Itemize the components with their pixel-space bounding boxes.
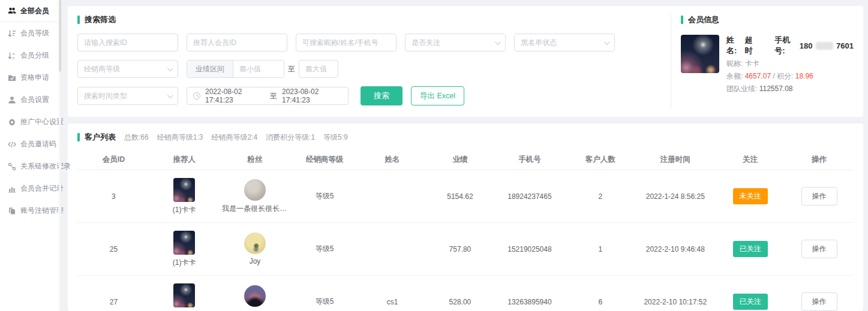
member-team-line: 团队业绩: 112557.08 <box>726 84 854 94</box>
cell-fan: Joy <box>219 233 292 265</box>
cell-dealer-level: 等级5 <box>291 244 358 254</box>
table-header-row: 会员ID 推荐人 粉丝 经销商等级 姓名 业绩 手机号 客户人数 注册时间 关注… <box>77 150 854 170</box>
cell-reg-time: 2022-2-10 9:46:48 <box>635 245 716 253</box>
cell-reg-time: 2022-1-24 8:56:25 <box>635 192 716 201</box>
cell-performance: 757.80 <box>427 245 493 253</box>
cell-phone: 18924237465 <box>494 192 566 201</box>
performance-range-label: 业绩区间 <box>187 61 233 77</box>
main-content: 搜索筛选 请输入搜索ID 推荐人会员ID 可搜索昵称/姓名/手机号 是否关注 黑… <box>62 0 868 311</box>
cell-reg-time: 2022-2-10 10:17:52 <box>635 298 716 306</box>
fan-avatar <box>244 285 266 307</box>
sidebar: 全部会员 会员等级 AZ 会员分组 资格申请 会员设置 <box>0 0 62 311</box>
col-referrer: 推荐人 <box>150 155 219 165</box>
member-name-phone-line: 姓名: 超时 手机号: 1807601 <box>726 35 854 56</box>
chevron-down-icon <box>495 39 501 45</box>
member-nickname-line: 昵称: 卡卡 <box>726 59 854 69</box>
cell-fan: Lazy Cat <box>219 285 292 311</box>
range-to-label: 至 <box>288 64 295 74</box>
sort-level-icon <box>7 29 16 38</box>
clock-icon <box>193 92 200 99</box>
cell-dealer-level: 等级5 <box>291 297 358 307</box>
customer-list-title: 客户列表 <box>77 132 116 143</box>
sidebar-item-label: 推广中心设置 <box>20 117 64 127</box>
sort-group-icon: AZ <box>7 51 16 60</box>
blacklist-status-select[interactable]: 黑名单状态 <box>514 34 615 52</box>
search-id-input[interactable]: 请输入搜索ID <box>77 34 178 52</box>
file-copy-icon <box>7 206 16 215</box>
team-performance-value: 112557.08 <box>759 84 793 93</box>
cell-referrer: (1)卡卡 <box>150 283 219 311</box>
sidebar-item-member-level[interactable]: 会员等级 <box>0 22 61 44</box>
row-action-button[interactable]: 操作 <box>801 240 837 258</box>
row-action-button[interactable]: 操作 <box>801 187 837 206</box>
app-window: 全部会员 会员等级 AZ 会员分组 资格申请 会员设置 <box>0 0 868 311</box>
col-name: 姓名 <box>358 155 427 165</box>
sidebar-item-member-settings[interactable]: 会员设置 <box>0 89 61 111</box>
member-info-panel: 会员信息 姓名: 超时 手机号: 1807601 昵称: 卡卡 <box>671 6 863 117</box>
follow-status-badge: 未关注 <box>733 188 768 204</box>
dealer-level-select[interactable]: 经销商等级 <box>77 60 178 78</box>
sidebar-item-member-group[interactable]: AZ 会员分组 <box>0 44 61 67</box>
performance-min-input[interactable]: 最小值 <box>233 64 284 74</box>
fan-avatar <box>244 233 266 254</box>
search-filter-panel: 搜索筛选 请输入搜索ID 推荐人会员ID 可搜索昵称/姓名/手机号 是否关注 黑… <box>68 6 671 117</box>
cell-fan: 我是一条很长很长很... <box>219 179 292 214</box>
referrer-id-input[interactable]: 推荐人会员ID <box>187 34 287 52</box>
cell-referrer: (1)卡卡 <box>150 231 219 268</box>
row-action-button[interactable]: 操作 <box>801 292 837 311</box>
cell-phone: 15219025048 <box>494 245 566 253</box>
stat-dealer1: 经销商等级1:3 <box>157 132 203 143</box>
folder-check-icon <box>7 73 16 82</box>
chevron-down-icon <box>167 65 173 71</box>
performance-max-input[interactable]: 最大值 <box>299 60 338 78</box>
fan-name: 我是一条很长很长很... <box>222 204 288 214</box>
cell-dealer-level: 等级5 <box>291 191 358 201</box>
sidebar-item-merge-log[interactable]: 会员合并记录 <box>0 177 61 200</box>
sidebar-item-all-members[interactable]: 全部会员 <box>0 0 61 22</box>
cell-performance: 528.00 <box>427 298 493 306</box>
title-accent-bar <box>77 16 80 24</box>
search-button[interactable]: 搜索 <box>361 86 403 105</box>
col-follow: 关注 <box>716 155 785 165</box>
chevron-down-icon <box>167 92 173 98</box>
users-icon <box>7 7 16 16</box>
cell-name: cs1 <box>358 298 427 306</box>
stat-points-level: 消费积分等级:1 <box>266 132 315 143</box>
gear-icon <box>7 117 16 126</box>
balance-value: 4657.07 <box>745 72 771 80</box>
sidebar-item-relation-log[interactable]: 关系链修改记录 <box>0 155 61 177</box>
follow-status-badge: 已关注 <box>733 241 768 257</box>
sidebar-item-label: 账号注销管理 <box>20 206 64 216</box>
svg-text:Z: Z <box>12 56 14 60</box>
customer-list-stats: 总数:66 经销商等级1:3 经销商等级2:4 消费积分等级:1 等级5:9 <box>124 132 348 143</box>
phone-redaction-blur <box>816 42 834 50</box>
cell-phone: 13263895940 <box>494 298 566 306</box>
sidebar-item-label: 会员设置 <box>20 95 49 105</box>
chevron-down-icon <box>604 39 610 45</box>
member-info-title: 会员信息 <box>681 14 854 25</box>
referrer-name: (1)卡卡 <box>173 205 196 215</box>
date-range-input[interactable]: 2022-08-02 17:41:23 至 2023-08-02 17:41:2… <box>187 87 349 105</box>
sidebar-item-qualification[interactable]: 资格申请 <box>0 67 61 89</box>
stat-level5: 等级5:9 <box>323 132 348 143</box>
fan-name: Joy <box>250 257 261 265</box>
sidebar-item-promotion-settings[interactable]: 推广中心设置 <box>0 111 61 133</box>
member-balance-line: 余额: 4657.07 / 积分: 18.96 <box>726 71 854 81</box>
sidebar-item-label: 会员分组 <box>20 50 49 61</box>
col-reg-time: 注册时间 <box>635 155 716 165</box>
col-fan: 粉丝 <box>219 155 292 165</box>
link-icon <box>7 162 16 171</box>
customer-list-card: 客户列表 总数:66 经销商等级1:3 经销商等级2:4 消费积分等级:1 等级… <box>68 123 863 311</box>
sidebar-item-invite-code[interactable]: 会员邀请码 <box>0 133 61 155</box>
follow-status-select[interactable]: 是否关注 <box>405 34 506 52</box>
keyword-input[interactable]: 可搜索昵称/姓名/手机号 <box>296 34 397 52</box>
fan-avatar <box>244 179 266 201</box>
export-excel-button[interactable]: 导出 Excel <box>411 86 464 105</box>
referrer-avatar <box>173 231 195 255</box>
code-icon <box>7 140 16 149</box>
sidebar-item-label: 会员邀请码 <box>20 139 56 149</box>
time-type-select[interactable]: 搜索时间类型 <box>77 87 178 105</box>
sidebar-item-account-cancel[interactable]: 账号注销管理 <box>0 200 61 222</box>
col-member-id: 会员ID <box>77 155 150 165</box>
sidebar-scrollbar[interactable] <box>59 0 61 311</box>
